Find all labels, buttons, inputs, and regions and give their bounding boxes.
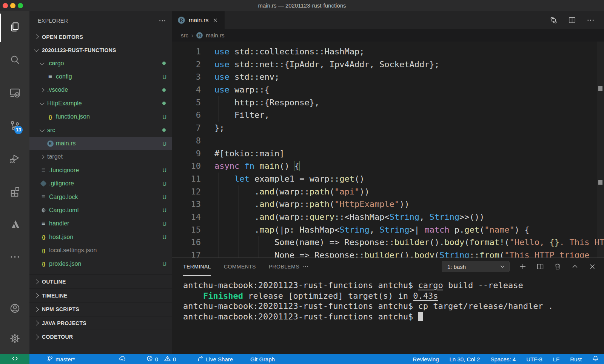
tree-item--funcignore[interactable]: ≡.funcignoreU: [29, 163, 172, 177]
status-encoding[interactable]: UTF-8: [526, 356, 542, 362]
editor-area: R main.rs src › R main.rs 1use std::coll…: [172, 11, 604, 354]
status-problems[interactable]: 00: [146, 355, 180, 363]
activity-bar-settings[interactable]: [0, 324, 29, 354]
activity-bar-azure[interactable]: [0, 208, 29, 241]
tree-item--cargo[interactable]: .cargo: [29, 57, 172, 70]
sidebar-panel-npm-scripts[interactable]: NPM SCRIPTS: [29, 302, 172, 316]
line-number: 10: [172, 160, 201, 173]
sidebar-panel-java-projects[interactable]: JAVA PROJECTS: [29, 316, 172, 330]
code-line-5: 5 http::{Response},: [172, 96, 604, 109]
editor-tab-bar: R main.rs: [172, 11, 604, 29]
explorer-more-actions-icon[interactable]: [158, 17, 166, 25]
tree-item-target[interactable]: target: [29, 150, 172, 163]
chevron-right-icon: [34, 335, 39, 339]
panel-tab-terminal[interactable]: TERMINAL: [183, 258, 211, 276]
git-untracked-badge: U: [162, 194, 166, 200]
terminal-output[interactable]: antchu-macbook:20201123-rust-functions a…: [172, 275, 604, 322]
workspace-root-folder[interactable]: 20201123-RUST-FUNCTIONS: [29, 43, 172, 57]
status-eol[interactable]: LF: [553, 356, 560, 362]
terminal-panel: TERMINALCOMMENTSPROBLEMS 1: bash antchu-…: [172, 258, 604, 354]
code-line-17: 17 None => Response::builder().body(Stri…: [172, 249, 604, 258]
file-name: main.rs: [56, 140, 76, 147]
status-git-graph[interactable]: Git Graph: [250, 356, 275, 362]
status-encoding-label: UTF-8: [526, 356, 542, 362]
tree-item-local-settings-json[interactable]: {}local.settings.json: [29, 244, 172, 257]
code-line-14: 14 .and(warp::query::<HashMap<String, St…: [172, 211, 604, 224]
tree-item--gitignore[interactable]: .gitignoreU: [29, 177, 172, 190]
code-editor[interactable]: 1use std::collections::HashMap;2use std:…: [172, 42, 604, 258]
maximize-panel-button[interactable]: [571, 262, 579, 271]
new-terminal-button[interactable]: [519, 262, 527, 271]
file-tree: .cargo≡configU.vscodeHttpExample{}functi…: [29, 57, 172, 270]
tree-item-host-json[interactable]: {}host.jsonU: [29, 230, 172, 244]
json-file-icon: {}: [38, 234, 49, 240]
search-icon: [9, 54, 21, 67]
line-number: 8: [172, 134, 201, 147]
tree-item--vscode[interactable]: .vscode: [29, 83, 172, 97]
gear-file-icon: [38, 207, 49, 213]
activity-bar-run-and-debug[interactable]: [0, 143, 29, 176]
activity-bar-remote-explorer[interactable]: [0, 77, 29, 110]
file-name: proxies.json: [49, 261, 81, 267]
more-actions-button[interactable]: [586, 16, 595, 25]
open-changes-button[interactable]: [549, 16, 558, 25]
tree-item-function-json[interactable]: {}function.jsonU: [29, 110, 172, 123]
sidebar-panel-codetour[interactable]: CODETOUR: [29, 330, 172, 344]
close-panel-button[interactable]: [588, 262, 596, 271]
tree-item-handler[interactable]: ≡handlerU: [29, 217, 172, 230]
breadcrumb-file[interactable]: main.rs: [206, 32, 224, 39]
json-file-icon: {}: [38, 248, 49, 253]
sidebar-panel-outline[interactable]: OUTLINE: [29, 275, 172, 288]
panel-tab-problems[interactable]: PROBLEMS: [269, 258, 299, 275]
kill-terminal-button[interactable]: [553, 262, 562, 271]
tree-item-config[interactable]: ≡configU: [29, 70, 172, 83]
file-name: function.json: [56, 113, 90, 120]
git-untracked-badge: U: [162, 180, 166, 187]
sidebar-panel-timeline[interactable]: TIMELINE: [29, 288, 172, 302]
tree-item-cargo-lock[interactable]: ≡Cargo.lockU: [29, 190, 172, 204]
line-number: 7: [172, 122, 201, 134]
status-live-share[interactable]: Live Share: [197, 355, 233, 363]
status-notifications[interactable]: [592, 355, 599, 363]
code-line-12: 12 .and(warp::path("api")): [172, 185, 604, 198]
status-reviewing[interactable]: Reviewing: [413, 356, 439, 362]
git-untracked-badge: U: [162, 221, 166, 227]
breadcrumb-folder[interactable]: src: [181, 32, 188, 39]
file-name: HttpExample: [47, 100, 82, 107]
status-remote-indicator[interactable]: [0, 354, 29, 364]
activity-bar-extensions[interactable]: [0, 176, 29, 208]
split-terminal-button[interactable]: [536, 262, 544, 271]
terminal-shell-select[interactable]: 1: bash: [442, 261, 510, 272]
activity-bar-accounts[interactable]: [0, 294, 29, 324]
chevron-down-icon: [40, 127, 45, 132]
panel-more-tabs-icon[interactable]: [302, 263, 309, 270]
tree-item-httpexample[interactable]: HttpExample: [29, 97, 172, 110]
panel-tab-comments[interactable]: COMMENTS: [224, 258, 256, 275]
tree-item-src[interactable]: src: [29, 123, 172, 137]
close-tab-icon[interactable]: [212, 17, 219, 23]
status-cursor-position[interactable]: Ln 30, Col 2: [450, 356, 480, 362]
tree-item-main-rs[interactable]: Rmain.rsU: [29, 137, 172, 150]
activity-bar-source-control[interactable]: 13: [0, 110, 29, 143]
chevron-down-icon: [40, 60, 45, 65]
activity-bar-explorer[interactable]: [0, 11, 29, 44]
code-line-15: 15 .map(|p: HashMap<String, String>| mat…: [172, 224, 604, 236]
activity-bar-more-views[interactable]: [0, 241, 29, 274]
activity-bar-search[interactable]: [0, 44, 29, 77]
open-editors-section[interactable]: OPEN EDITORS: [29, 30, 172, 43]
tree-item-cargo-toml[interactable]: Cargo.tomlU: [29, 204, 172, 217]
indent-guide: [219, 96, 219, 122]
tree-item-proxies-json[interactable]: {}proxies.jsonU: [29, 257, 172, 270]
line-number: 9: [172, 147, 201, 160]
line-number: 1: [172, 45, 201, 58]
status-publish-changes[interactable]: [119, 355, 125, 363]
tab-main-rs[interactable]: R main.rs: [172, 11, 225, 29]
status-git-branch[interactable]: master*: [47, 355, 75, 363]
chevron-right-icon: [34, 321, 39, 325]
status-language-mode[interactable]: Rust: [570, 356, 582, 362]
line-number: 5: [172, 96, 201, 109]
editor-scrollbar[interactable]: [597, 42, 604, 258]
status-git-graph-label: Git Graph: [250, 356, 275, 362]
split-editor-button[interactable]: [568, 16, 576, 25]
status-indentation[interactable]: Spaces: 4: [490, 356, 516, 362]
